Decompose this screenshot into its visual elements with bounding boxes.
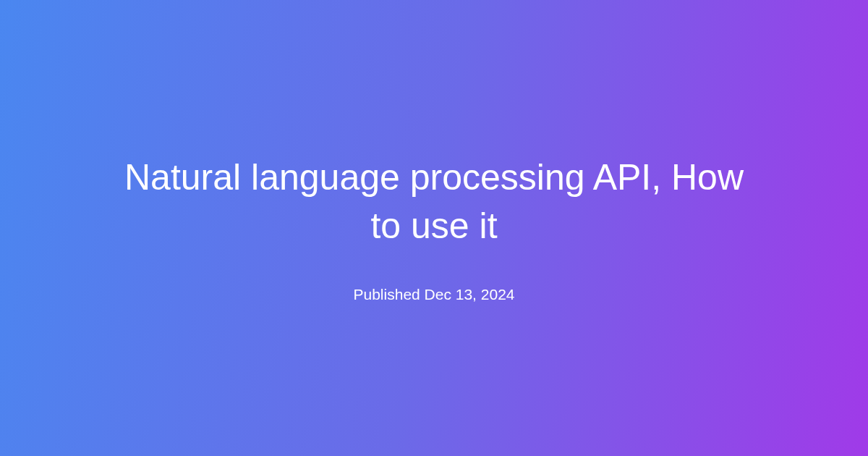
published-date: Published Dec 13, 2024 <box>354 286 515 303</box>
page-title: Natural language processing API, How to … <box>87 153 781 251</box>
